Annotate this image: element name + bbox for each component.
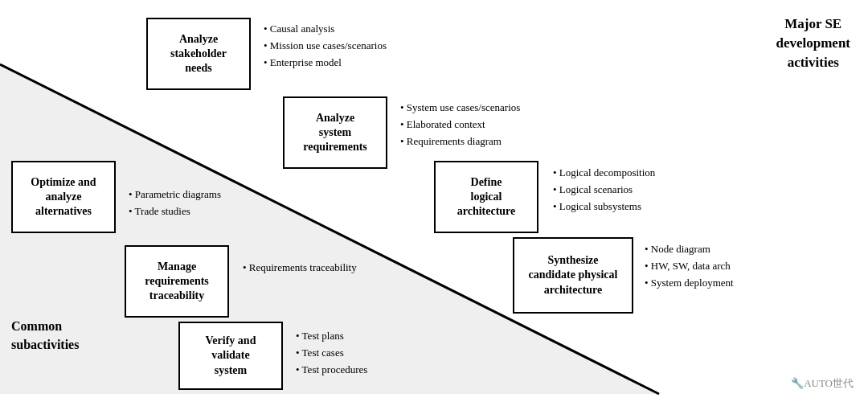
bullet-item: Mission use cases/scenarios — [264, 38, 387, 55]
verify-validate-box: Verify and validate system — [178, 322, 283, 390]
bullet-item: System use cases/scenarios — [400, 100, 520, 117]
verify-bullets-bullets: Test plansTest casesTest procedures — [296, 328, 367, 378]
stakeholder-bullets-bullets: Causal analysisMission use cases/scenari… — [264, 21, 387, 71]
bullet-item: Test procedures — [296, 362, 367, 379]
bullet-item: Logical scenarios — [553, 182, 655, 199]
optimize-analyze-box: Optimize and analyze alternatives — [11, 161, 116, 233]
common-subactivities-label: Common subactivities — [11, 318, 79, 354]
analyze-stakeholder-box: Analyze stakeholder needs — [146, 18, 251, 90]
define-logical-box: Define logical architecture — [434, 161, 538, 233]
bullet-item: Node diagram — [645, 241, 734, 258]
logical-arch-bullets-bullets: Logical decompositionLogical scenariosLo… — [553, 165, 655, 215]
bullet-item: Enterprise model — [264, 55, 387, 72]
synthesize-bullets-bullets: Node diagramHW, SW, data archSystem depl… — [645, 241, 734, 291]
system-req-bullets-bullets: System use cases/scenariosElaborated con… — [400, 100, 520, 150]
manage-req-bullets-bullets: Requirements traceability — [243, 260, 357, 277]
optimize-bullets-bullets: Parametric diagramsTrade studies — [129, 187, 221, 220]
analyze-system-box: Analyze system requirements — [283, 96, 387, 169]
bullet-item: Logical decomposition — [553, 165, 655, 182]
bullet-item: Test cases — [296, 345, 367, 362]
major-se-label: Major SE development activities — [776, 14, 850, 72]
main-canvas: Major SE development activities Common s… — [0, 0, 868, 402]
bullet-item: Trade studies — [129, 203, 221, 220]
bullet-item: Parametric diagrams — [129, 187, 221, 203]
bullet-item: Logical subsystems — [553, 199, 655, 215]
bullet-item: HW, SW, data arch — [645, 258, 734, 275]
watermark-text: 🔧AUTO世代 — [791, 376, 854, 391]
bullet-item: System deployment — [645, 275, 734, 292]
synthesize-physical-box: Synthesize candidate physical architectu… — [513, 237, 633, 314]
bullet-item: Elaborated context — [400, 117, 520, 133]
bullet-item: Requirements diagram — [400, 133, 520, 150]
bullet-item: Requirements traceability — [243, 260, 357, 277]
bullet-item: Causal analysis — [264, 21, 387, 38]
manage-requirements-box: Manage requirements traceability — [125, 245, 229, 318]
watermark: 🔧AUTO世代 — [791, 376, 854, 391]
bullet-item: Test plans — [296, 328, 367, 345]
